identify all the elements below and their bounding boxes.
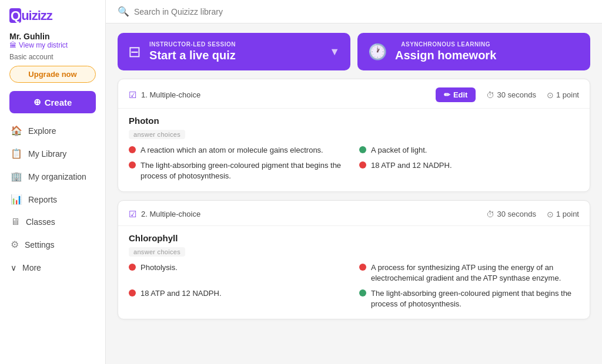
points-meta-1: ⊙ 1 point <box>547 90 579 100</box>
view-district-link[interactable]: 🏛 View my district <box>9 41 96 49</box>
choice-2-3: 18 ATP and 12 NADPH. <box>129 288 349 309</box>
sidebar-item-explore[interactable]: 🏠 Explore <box>0 119 105 142</box>
points-icon-2: ⊙ <box>547 210 554 219</box>
user-name: Mr. Guhlin <box>9 32 96 41</box>
settings-icon: ⚙ <box>11 239 19 250</box>
question-body-2: Chlorophyll answer choices Photolysis. A… <box>118 226 590 310</box>
dot-icon-1-3 <box>129 161 136 168</box>
question-text-1: Photon <box>129 116 579 126</box>
choice-2-2: A process for synthesizing ATP using the… <box>359 262 579 284</box>
choice-1-3: The light-absorbing green-coloured pigme… <box>129 160 349 181</box>
chevron-down-icon: ∨ <box>11 263 16 272</box>
question-header-2: ☑ 2. Multiple-choice ⏱ 30 seconds ⊙ 1 po… <box>118 201 590 226</box>
sidebar-item-reports[interactable]: 📊 Reports <box>0 188 105 211</box>
clock-icon-2: ⏱ <box>486 210 494 219</box>
sidebar-item-my-organization[interactable]: 🏢 My organization <box>0 165 105 188</box>
choices-label-1: answer choices <box>129 130 185 139</box>
question-card-1: ☑ 1. Multiple-choice ✏ Edit ⏱ 30 seconds… <box>118 79 590 192</box>
dropdown-arrow-icon: ▼ <box>329 46 340 58</box>
dot-icon-1-2 <box>359 146 366 153</box>
question-type-label-1: 1. Multiple-choice <box>141 90 431 99</box>
homework-icon: 🕐 <box>368 43 387 61</box>
sidebar-item-my-library[interactable]: 📋 My Library <box>0 142 105 165</box>
user-info: Mr. Guhlin 🏛 View my district <box>0 28 105 52</box>
account-type: Basic account <box>0 52 105 63</box>
live-quiz-labels: INSTRUCTOR-LED SESSION Start a live quiz <box>149 41 236 62</box>
search-input[interactable] <box>134 7 590 16</box>
clock-icon-1: ⏱ <box>486 90 494 100</box>
choices-grid-1: A reaction which an atom or molecule gai… <box>129 145 579 182</box>
choices-label-2: answer choices <box>129 247 185 257</box>
explore-icon: 🏠 <box>11 125 22 136</box>
search-icon: 🔍 <box>118 6 129 17</box>
points-meta-2: ⊙ 1 point <box>547 210 579 219</box>
sidebar-item-settings[interactable]: ⚙ Settings <box>0 233 105 256</box>
create-button[interactable]: ⊕ Create <box>9 91 96 113</box>
sidebar-more[interactable]: ∨ More <box>0 257 105 278</box>
dot-icon-2-3 <box>129 289 136 296</box>
app-logo: Quizizz <box>9 8 96 23</box>
question-check-icon-2: ☑ <box>129 209 136 220</box>
assign-homework-button[interactable]: 🕐 ASYNCHRONOUS LEARNING Assign homework <box>357 33 590 70</box>
edit-button-1[interactable]: ✏ Edit <box>436 87 476 102</box>
upgrade-button[interactable]: Upgrade now <box>9 66 96 83</box>
plus-icon: ⊕ <box>34 97 41 107</box>
question-check-icon-1: ☑ <box>129 90 136 100</box>
content-area: ⊟ INSTRUCTOR-LED SESSION Start a live qu… <box>106 23 602 329</box>
dot-icon-1-4 <box>359 161 366 168</box>
choices-grid-2: Photolysis. A process for synthesizing A… <box>129 262 579 310</box>
library-icon: 📋 <box>11 148 22 159</box>
action-row: ⊟ INSTRUCTOR-LED SESSION Start a live qu… <box>118 33 590 70</box>
reports-icon: 📊 <box>11 194 22 205</box>
homework-labels: ASYNCHRONOUS LEARNING Assign homework <box>395 41 496 62</box>
choice-1-1: A reaction which an atom or molecule gai… <box>129 145 349 156</box>
question-card-2: ☑ 2. Multiple-choice ⏱ 30 seconds ⊙ 1 po… <box>118 200 590 320</box>
sidebar-item-classes[interactable]: 🖥 Classes <box>0 211 105 233</box>
building-icon: 🏛 <box>9 41 16 49</box>
choice-1-4: 18 ATP and 12 NADPH. <box>359 160 579 181</box>
question-type-label-2: 2. Multiple-choice <box>141 210 476 218</box>
sidebar: Quizizz Mr. Guhlin 🏛 View my district Ba… <box>0 0 106 364</box>
dot-icon-2-1 <box>129 264 136 271</box>
dot-icon-2-2 <box>359 264 366 271</box>
main-content: 🔍 ⊟ INSTRUCTOR-LED SESSION Start a live … <box>106 0 602 364</box>
choice-2-1: Photolysis. <box>129 262 349 284</box>
organization-icon: 🏢 <box>11 171 22 182</box>
time-meta-1: ⏱ 30 seconds <box>486 90 536 100</box>
question-body-1: Photon answer choices A reaction which a… <box>118 109 590 182</box>
question-header-1: ☑ 1. Multiple-choice ✏ Edit ⏱ 30 seconds… <box>118 79 590 109</box>
points-icon-1: ⊙ <box>547 90 554 100</box>
dot-icon-1-1 <box>129 146 136 153</box>
start-live-quiz-button[interactable]: ⊟ INSTRUCTOR-LED SESSION Start a live qu… <box>118 33 350 70</box>
choice-2-4: The light-absorbing green-coloured pigme… <box>359 288 579 309</box>
search-bar: 🔍 <box>106 0 602 23</box>
live-quiz-icon: ⊟ <box>128 43 141 61</box>
question-text-2: Chlorophyll <box>129 233 579 243</box>
classes-icon: 🖥 <box>11 217 20 227</box>
dot-icon-2-4 <box>359 289 366 296</box>
edit-icon: ✏ <box>444 90 450 99</box>
logo-area: Quizizz <box>0 0 105 28</box>
choice-1-2: A packet of light. <box>359 145 579 156</box>
time-meta-2: ⏱ 30 seconds <box>486 210 536 219</box>
